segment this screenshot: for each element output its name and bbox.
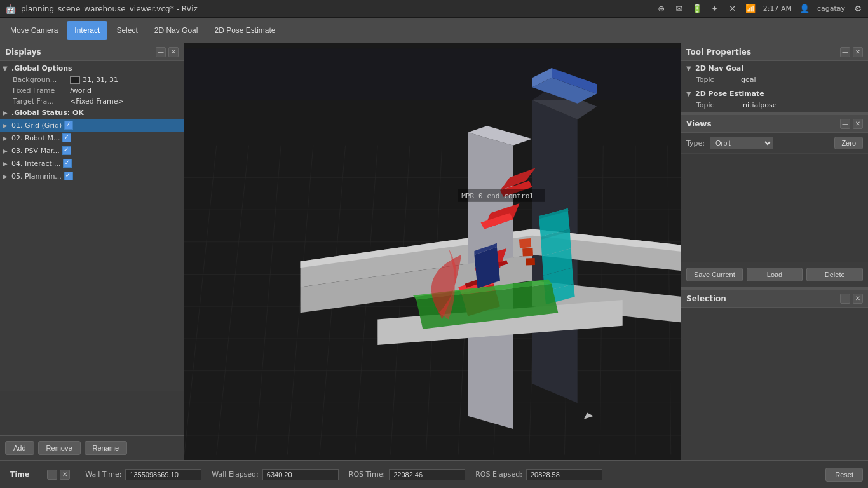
battery-icon: 🔋 (692, 4, 702, 14)
2d-pose-estimate-header[interactable]: ▼ 2D Pose Estimate (681, 88, 868, 100)
selection-icons: — ✕ (840, 294, 863, 304)
svg-rect-58 (522, 248, 533, 257)
plannnin-arrow: ▶ (3, 173, 11, 180)
move-camera-button[interactable]: Move Camera (3, 21, 65, 40)
fixed-frame-label: Fixed Frame (13, 86, 70, 95)
views-minimize[interactable]: — (840, 119, 850, 129)
selection-header: Selection — ✕ (681, 290, 868, 308)
svg-rect-59 (526, 258, 535, 266)
views-header: Views — ✕ (681, 115, 868, 133)
plannnin-label: 05. Plannnin... (11, 172, 62, 180)
time-section-title: Time (10, 470, 29, 478)
background-label: Backgroun... (13, 76, 70, 84)
pose-estimate-arrow: ▼ (686, 90, 695, 97)
email-icon: ✉ (674, 4, 684, 14)
titlebar-right: ⊕ ✉ 🔋 ✦ ✕ 📶 2:17 AM 👤 cagatay ⚙ (656, 4, 863, 14)
load-button[interactable]: Load (747, 268, 803, 281)
pose-estimate-topic-label: Topic (696, 101, 741, 109)
2d-nav-goal-button[interactable]: 2D Nav Goal (147, 21, 206, 40)
delete-button[interactable]: Delete (806, 268, 863, 281)
2d-nav-goal-header[interactable]: ▼ 2D Nav Goal (681, 62, 868, 74)
global-options-header[interactable]: ▼ .Global Options (0, 62, 184, 74)
display-item-robot-m[interactable]: ▶ 02. Robot M... (0, 132, 184, 144)
selection-minimize[interactable]: — (840, 294, 850, 304)
user-icon: 👤 (799, 4, 810, 14)
bluetooth-icon: ✦ (710, 4, 720, 14)
tool-props-minimize[interactable]: — (840, 47, 850, 57)
pose-estimate-topic-row: Topic initialpose (681, 100, 868, 111)
interacti-label: 04. Interacti... (11, 159, 60, 168)
time-minimize[interactable]: — (47, 470, 57, 480)
rename-button[interactable]: Rename (85, 441, 128, 455)
titlebar: 🤖 planning_scene_warehouse_viewer.vcg* -… (0, 0, 868, 18)
views-close[interactable]: ✕ (853, 119, 863, 129)
remove-button[interactable]: Remove (38, 441, 81, 455)
views-icons: — ✕ (840, 119, 863, 129)
global-status-header[interactable]: ▶ .Global Status: OK (0, 107, 184, 119)
fixed-frame-prop[interactable]: Fixed Frame /world (0, 85, 184, 96)
settings-icon: ⚙ (853, 4, 863, 14)
interact-button[interactable]: Interact (67, 21, 107, 40)
target-frame-value: <Fixed Frame> (70, 97, 181, 105)
displays-header: Displays — ✕ (0, 43, 184, 61)
2d-pose-estimate-button[interactable]: 2D Pose Estimate (207, 21, 283, 40)
pose-estimate-topic-value: initialpose (741, 101, 863, 109)
time-close[interactable]: ✕ (60, 470, 70, 480)
interacti-checkbox[interactable] (63, 159, 72, 168)
views-zero-button[interactable]: Zero (834, 137, 863, 149)
robot-m-arrow: ▶ (3, 135, 11, 142)
grid-arrow: ▶ (3, 122, 11, 129)
time-icons: — ✕ (47, 470, 70, 480)
views-controls: Type: Orbit Zero (681, 133, 868, 154)
grid-checkbox[interactable] (64, 121, 73, 130)
plannnin-checkbox[interactable] (64, 172, 73, 180)
selection-title: Selection (686, 294, 726, 303)
wall-time-label: Wall Time: (85, 470, 121, 478)
display-item-grid[interactable]: ▶ 01. Grid (Grid) (0, 119, 184, 132)
views-content (681, 154, 868, 262)
robot-m-checkbox[interactable] (62, 133, 71, 142)
displays-panel-icons: — ✕ (156, 47, 179, 57)
save-current-button[interactable]: Save Current (686, 268, 743, 281)
displays-close[interactable]: ✕ (168, 47, 179, 57)
wall-elapsed-input[interactable] (262, 469, 339, 480)
robot-m-label: 02. Robot M... (11, 134, 60, 142)
displays-bottom (0, 391, 184, 435)
svg-rect-57 (519, 238, 531, 248)
wall-time-input[interactable] (125, 469, 201, 480)
robot-scene-svg: MPR 0_end_control (184, 43, 681, 460)
psv-mar-checkbox[interactable] (62, 146, 71, 155)
displays-minimize[interactable]: — (156, 47, 166, 57)
views-type-select[interactable]: Orbit (710, 137, 773, 149)
display-item-plannnin[interactable]: ▶ 05. Plannnin... (0, 170, 184, 182)
reset-button[interactable]: Reset (825, 468, 863, 482)
target-frame-prop[interactable]: Target Fra... <Fixed Frame> (0, 96, 184, 107)
2d-nav-goal-section: ▼ 2D Nav Goal Topic goal (681, 61, 868, 86)
time-display: 2:17 AM (763, 4, 792, 13)
add-button[interactable]: Add (5, 441, 34, 455)
views-section: Views — ✕ Type: Orbit Zero Save Current … (681, 115, 868, 287)
wall-elapsed-label: Wall Elapsed: (212, 470, 258, 478)
tool-props-close[interactable]: ✕ (853, 47, 863, 57)
viewport[interactable]: MPR 0_end_control (184, 43, 681, 460)
nav-goal-label: 2D Nav Goal (695, 64, 743, 72)
global-options-arrow: ▼ (3, 65, 11, 72)
background-value: 31, 31, 31 (83, 76, 181, 84)
window-title: planning_scene_warehouse_viewer.vcg* - R… (21, 4, 198, 13)
ros-time-input[interactable] (389, 469, 465, 480)
display-item-interacti[interactable]: ▶ 04. Interacti... (0, 157, 184, 170)
wifi-icon: 📶 (745, 4, 756, 14)
interacti-arrow: ▶ (3, 160, 11, 167)
toolbar: Move Camera Interact Select 2D Nav Goal … (0, 18, 868, 43)
selection-close[interactable]: ✕ (853, 294, 863, 304)
global-status-arrow: ▶ (3, 109, 11, 116)
views-type-label: Type: (686, 139, 705, 147)
global-status-label: .Global Status: OK (11, 109, 84, 117)
tool-properties-icons: — ✕ (840, 47, 863, 57)
display-item-psv-mar[interactable]: ▶ 03. PSV Mar... (0, 144, 184, 157)
ros-elapsed-input[interactable] (526, 469, 602, 480)
wall-elapsed-field: Wall Elapsed: (212, 469, 338, 480)
select-button[interactable]: Select (109, 21, 145, 40)
background-prop[interactable]: Backgroun... 31, 31, 31 (0, 74, 184, 85)
displays-actions: Add Remove Rename (0, 435, 184, 460)
